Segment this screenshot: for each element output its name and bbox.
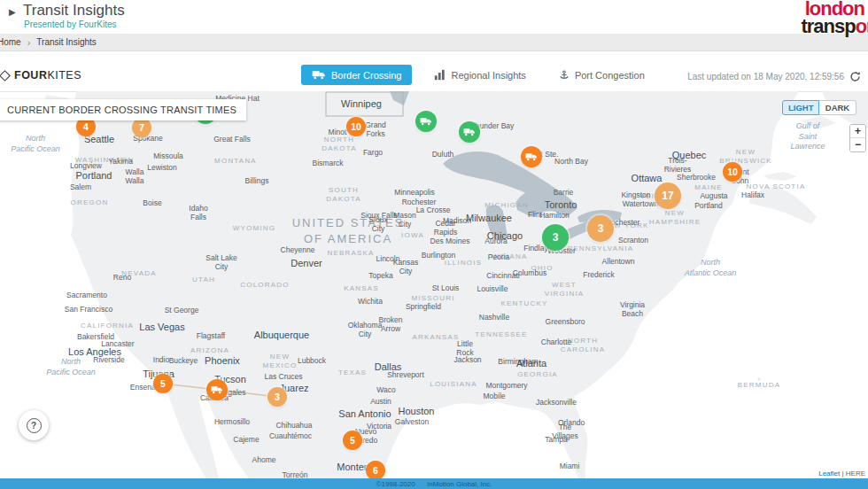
- truck-icon: [312, 70, 326, 80]
- fourkites-logo: FOURKITES: [7, 69, 81, 82]
- tab-port-congestion[interactable]: Port Congestion: [548, 65, 655, 85]
- map-geography: [0, 91, 868, 478]
- anchor-icon: [559, 70, 570, 81]
- chart-icon: [434, 69, 446, 81]
- breadcrumb-current: Transit Insights: [36, 37, 96, 47]
- map[interactable]: North Pacific OceanNorth Pacific OceanNo…: [0, 91, 868, 478]
- tab-label: Port Congestion: [575, 70, 645, 81]
- nova-scotia: [749, 188, 817, 225]
- last-updated-text: Last updated on 18 May 2020, 12:59:56: [687, 72, 844, 82]
- logo-transport-text: transport: [762, 18, 868, 35]
- truck-marker[interactable]: [206, 379, 228, 400]
- dark-theme-button[interactable]: DARK: [819, 100, 856, 115]
- tab-label: Regional Insights: [451, 70, 525, 81]
- help-button[interactable]: ?: [19, 410, 49, 440]
- tab-bar: Border Crossing Regional Insights Port C…: [301, 65, 655, 85]
- landmass: [71, 91, 799, 478]
- truck-marker[interactable]: [521, 146, 542, 167]
- tab-label: Border Crossing: [331, 70, 401, 81]
- breadcrumb: Home › Transit Insights: [0, 34, 868, 51]
- app: ▶ Transit Insights Presented by FourKite…: [0, 0, 868, 489]
- crossing-count-marker[interactable]: 10: [346, 117, 366, 136]
- tab-border-crossing[interactable]: Border Crossing: [301, 65, 412, 85]
- leaflet-link[interactable]: Leaflet: [818, 470, 840, 477]
- panel-title: CURRENT BORDER CROSSING TRANSIT TIMES: [7, 105, 236, 115]
- tab-regional-insights[interactable]: Regional Insights: [423, 65, 536, 85]
- panel-title-box: CURRENT BORDER CROSSING TRANSIT TIMES: [0, 99, 246, 120]
- crossing-count-marker[interactable]: 17: [655, 182, 681, 209]
- crossing-count-marker[interactable]: 3: [542, 224, 569, 251]
- refresh-icon[interactable]: [849, 71, 861, 82]
- map-attribution: Leaflet | HERE: [816, 469, 868, 478]
- breadcrumb-chevron-icon: ›: [27, 37, 31, 48]
- attribution-rest: | HERE: [840, 470, 865, 477]
- crossing-count-marker[interactable]: 6: [366, 461, 385, 478]
- light-theme-button[interactable]: LIGHT: [782, 100, 819, 115]
- app-footer: ©1998-2020 InMotion Global, Inc.: [0, 478, 868, 489]
- breadcrumb-home-link[interactable]: Home: [0, 37, 21, 47]
- collapse-arrow-icon[interactable]: ▶: [9, 7, 16, 17]
- crossing-count-marker[interactable]: 3: [587, 215, 614, 242]
- crossing-count-marker[interactable]: 3: [267, 387, 287, 407]
- truck-marker[interactable]: [415, 111, 437, 132]
- zoom-control: + −: [849, 124, 866, 152]
- crossing-count-marker[interactable]: 10: [723, 162, 742, 182]
- bermuda-island: [758, 378, 761, 381]
- london-transport-logo: london transport: [762, 0, 868, 35]
- anticosti-island: [802, 116, 836, 129]
- zoom-out-button[interactable]: −: [850, 138, 865, 151]
- copyright-text: ©1998-2020 InMotion Global, Inc.: [376, 480, 492, 488]
- app-header: ▶ Transit Insights Presented by FourKite…: [0, 0, 868, 34]
- kite-icon: [0, 70, 11, 82]
- crossing-count-marker[interactable]: 5: [343, 431, 362, 450]
- page-subtitle: Presented by FourKites: [24, 19, 117, 29]
- question-icon: ?: [27, 418, 42, 433]
- theme-toggle: LIGHT DARK: [782, 100, 856, 115]
- page-title: Transit Insights: [23, 2, 125, 19]
- last-updated: Last updated on 18 May 2020, 12:59:56: [687, 71, 861, 82]
- prince-edward-island: [763, 172, 797, 181]
- toolbar: FOURKITES Border Crossing Regional Insig…: [0, 51, 868, 92]
- crossing-count-marker[interactable]: 5: [153, 374, 173, 393]
- truck-marker[interactable]: [459, 121, 480, 143]
- crossing-count-marker[interactable]: 7: [132, 118, 151, 137]
- zoom-in-button[interactable]: +: [850, 125, 865, 138]
